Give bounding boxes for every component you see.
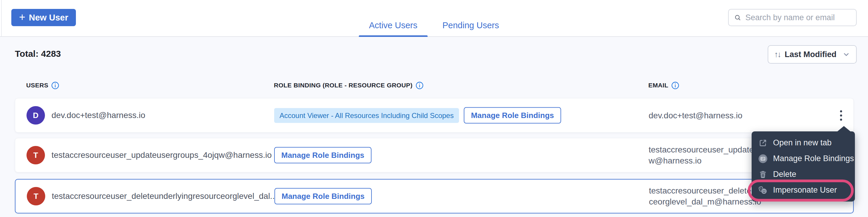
masks-icon [758,185,768,195]
role-badge: Account Viewer - All Resources Including… [274,108,459,123]
column-label: USERS [26,82,48,89]
page-header: + New User Active Users Pending Users [0,0,868,37]
user-management-page: + New User Active Users Pending Users To… [0,0,868,217]
menu-item-impersonate-user[interactable]: Impersonate User [752,182,855,198]
search-box[interactable] [728,9,857,26]
active-tab-underline [359,35,428,37]
role-binding-cell: Manage Role Bindings [274,147,371,164]
chevron-down-icon [842,50,850,58]
sort-arrows-icon: ↑↓ [774,50,780,59]
user-name: testaccresourceuser_updateusergroups_4oj… [52,150,272,160]
column-header-users: USERS [26,81,59,90]
kebab-dot [840,119,842,121]
tab-pending-users[interactable]: Pending Users [432,21,509,36]
menu-item-label: Manage Role Bindings [773,154,854,163]
table-row[interactable]: D dev.doc+test@harness.io Account Viewer… [15,98,854,133]
sort-label: Last Modified [785,50,836,59]
plus-icon: + [19,12,25,23]
manage-role-bindings-button[interactable]: Manage Role Bindings [274,188,372,205]
kebab-menu-button[interactable] [835,107,847,124]
table-row[interactable]: T testaccresourceuser_updateusergroups_4… [15,138,854,172]
menu-item-label: Delete [773,170,796,179]
menu-item-delete[interactable]: Delete [752,167,855,182]
role-bindings-icon [758,154,768,164]
tab-label: Pending Users [442,21,499,30]
avatar: T [27,146,45,165]
info-icon[interactable] [415,81,424,89]
search-icon [734,13,741,22]
sort-dropdown[interactable]: ↑↓ Last Modified [768,45,857,64]
email-text: dev.doc+test@harness.io [649,110,742,121]
manage-role-bindings-button[interactable]: Manage Role Bindings [464,107,561,124]
row-context-menu: Open in new tab Manage Role Bindings [752,132,855,202]
column-label: ROLE BINDING (ROLE - RESOURCE GROUP) [274,82,412,89]
column-header-email: EMAIL [648,81,679,90]
role-binding-cell: Account Viewer - All Resources Including… [274,107,561,124]
tab-active-users[interactable]: Active Users [359,21,428,36]
avatar: D [27,106,45,124]
info-icon[interactable] [671,81,679,89]
trash-icon [758,170,768,179]
kebab-dot [840,114,842,116]
table-row[interactable]: T testaccresourceuser_deleteunderlyingre… [15,179,854,213]
tabs: Active Users Pending Users [359,0,509,36]
info-icon[interactable] [51,81,59,89]
menu-item-label: Open in new tab [773,138,832,147]
menu-item-label: Impersonate User [773,185,837,195]
menu-caret [837,126,851,132]
user-name: testaccresourceuser_deleteunderlyingreso… [52,191,277,201]
new-user-button[interactable]: + New User [11,9,76,26]
column-label: EMAIL [648,82,668,89]
new-user-label: New User [29,13,68,23]
search-input[interactable] [745,13,851,22]
manage-role-bindings-button[interactable]: Manage Role Bindings [274,147,371,164]
role-binding-cell: Manage Role Bindings [274,188,372,205]
avatar: T [27,187,45,206]
kebab-dot [840,110,842,112]
tab-label: Active Users [369,21,417,30]
user-name: dev.doc+test@harness.io [52,111,145,120]
menu-item-manage-role-bindings[interactable]: Manage Role Bindings [752,151,855,167]
panel-edge-divider [1,0,2,36]
column-header-role-binding: ROLE BINDING (ROLE - RESOURCE GROUP) [274,81,424,90]
total-count: Total: 4283 [15,49,61,59]
external-link-icon [758,138,768,148]
menu-item-open-in-new-tab[interactable]: Open in new tab [752,135,855,151]
email-cell: dev.doc+test@harness.io [649,110,742,121]
